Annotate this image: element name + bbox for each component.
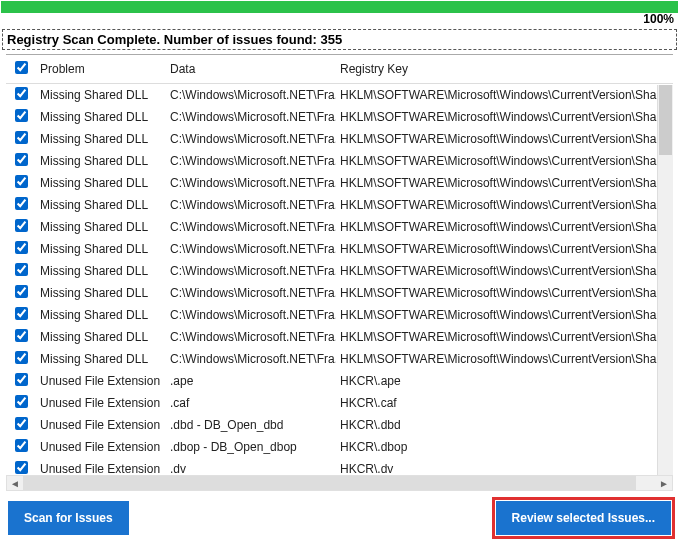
table-row[interactable]: Missing Shared DLLC:\Windows\Microsoft.N… (6, 348, 673, 370)
row-problem: Missing Shared DLL (36, 326, 166, 348)
table-row[interactable]: Missing Shared DLLC:\Windows\Microsoft.N… (6, 216, 673, 238)
table-row[interactable]: Unused File Extension.apeHKCR\.ape (6, 370, 673, 392)
row-checkbox-cell (6, 370, 36, 392)
table-row[interactable]: Unused File Extension.dvHKCR\.dv (6, 458, 673, 475)
row-checkbox[interactable] (15, 329, 28, 342)
row-problem: Missing Shared DLL (36, 128, 166, 150)
row-registry-key: HKCR\.ape (336, 370, 673, 392)
row-checkbox-cell (6, 106, 36, 128)
row-registry-key: HKCR\.dbop (336, 436, 673, 458)
table-row[interactable]: Unused File Extension.cafHKCR\.caf (6, 392, 673, 414)
row-checkbox[interactable] (15, 87, 28, 100)
horizontal-scrollbar[interactable]: ◄ ► (6, 475, 673, 491)
row-checkbox[interactable] (15, 461, 28, 474)
row-checkbox-cell (6, 238, 36, 260)
results-table: Problem Data Registry Key Missing Shared… (6, 55, 673, 475)
scroll-left-arrow-icon[interactable]: ◄ (7, 476, 23, 490)
row-checkbox[interactable] (15, 219, 28, 232)
row-data: C:\Windows\Microsoft.NET\Fra... (166, 172, 336, 194)
table-row[interactable]: Missing Shared DLLC:\Windows\Microsoft.N… (6, 260, 673, 282)
vertical-scrollbar-thumb[interactable] (659, 85, 672, 155)
row-problem: Unused File Extension (36, 414, 166, 436)
row-problem: Unused File Extension (36, 436, 166, 458)
horizontal-scrollbar-thumb[interactable] (23, 476, 636, 490)
row-checkbox[interactable] (15, 109, 28, 122)
table-row[interactable]: Missing Shared DLLC:\Windows\Microsoft.N… (6, 326, 673, 348)
row-checkbox[interactable] (15, 351, 28, 364)
row-registry-key: HKLM\SOFTWARE\Microsoft\Windows\CurrentV… (336, 106, 673, 128)
row-checkbox[interactable] (15, 439, 28, 452)
select-all-checkbox[interactable] (15, 61, 28, 74)
scan-status-text: Registry Scan Complete. Number of issues… (2, 29, 677, 50)
row-checkbox[interactable] (15, 197, 28, 210)
table-row[interactable]: Missing Shared DLLC:\Windows\Microsoft.N… (6, 238, 673, 260)
row-registry-key: HKLM\SOFTWARE\Microsoft\Windows\CurrentV… (336, 172, 673, 194)
row-data: C:\Windows\Microsoft.NET\Fra... (166, 128, 336, 150)
row-registry-key: HKLM\SOFTWARE\Microsoft\Windows\CurrentV… (336, 238, 673, 260)
column-header-data[interactable]: Data (166, 55, 336, 84)
row-checkbox[interactable] (15, 307, 28, 320)
results-table-scroll[interactable]: Problem Data Registry Key Missing Shared… (6, 55, 673, 475)
row-checkbox[interactable] (15, 241, 28, 254)
row-checkbox[interactable] (15, 395, 28, 408)
table-row[interactable]: Missing Shared DLLC:\Windows\Microsoft.N… (6, 282, 673, 304)
row-checkbox[interactable] (15, 175, 28, 188)
table-row[interactable]: Missing Shared DLLC:\Windows\Microsoft.N… (6, 150, 673, 172)
row-problem: Missing Shared DLL (36, 150, 166, 172)
row-registry-key: HKLM\SOFTWARE\Microsoft\Windows\CurrentV… (336, 304, 673, 326)
row-checkbox-cell (6, 458, 36, 475)
row-data: C:\Windows\Microsoft.NET\Fra... (166, 194, 336, 216)
table-row[interactable]: Missing Shared DLLC:\Windows\Microsoft.N… (6, 194, 673, 216)
progress-percent: 100% (1, 12, 678, 26)
row-data: C:\Windows\Microsoft.NET\Fra... (166, 238, 336, 260)
row-checkbox[interactable] (15, 263, 28, 276)
row-checkbox-cell (6, 216, 36, 238)
column-header-key[interactable]: Registry Key (336, 55, 673, 84)
row-data: C:\Windows\Microsoft.NET\Fra... (166, 150, 336, 172)
table-row[interactable]: Unused File Extension.dbd - DB_Open_dbdH… (6, 414, 673, 436)
table-row[interactable]: Missing Shared DLLC:\Windows\Microsoft.N… (6, 128, 673, 150)
row-checkbox[interactable] (15, 417, 28, 430)
row-problem: Missing Shared DLL (36, 84, 166, 107)
row-registry-key: HKLM\SOFTWARE\Microsoft\Windows\CurrentV… (336, 216, 673, 238)
row-problem: Missing Shared DLL (36, 238, 166, 260)
row-checkbox[interactable] (15, 285, 28, 298)
table-row[interactable]: Missing Shared DLLC:\Windows\Microsoft.N… (6, 304, 673, 326)
row-problem: Missing Shared DLL (36, 304, 166, 326)
table-header-row: Problem Data Registry Key (6, 55, 673, 84)
row-checkbox[interactable] (15, 131, 28, 144)
row-data: C:\Windows\Microsoft.NET\Fra... (166, 260, 336, 282)
table-row[interactable]: Unused File Extension.dbop - DB_Open_dbo… (6, 436, 673, 458)
row-data: .caf (166, 392, 336, 414)
row-checkbox-cell (6, 414, 36, 436)
table-row[interactable]: Missing Shared DLLC:\Windows\Microsoft.N… (6, 106, 673, 128)
row-checkbox-cell (6, 194, 36, 216)
row-data: C:\Windows\Microsoft.NET\Fra... (166, 84, 336, 107)
table-row[interactable]: Missing Shared DLLC:\Windows\Microsoft.N… (6, 84, 673, 107)
table-row[interactable]: Missing Shared DLLC:\Windows\Microsoft.N… (6, 172, 673, 194)
row-checkbox-cell (6, 260, 36, 282)
row-data: .dv (166, 458, 336, 475)
row-problem: Missing Shared DLL (36, 194, 166, 216)
row-checkbox-cell (6, 282, 36, 304)
scan-for-issues-button[interactable]: Scan for Issues (8, 501, 129, 535)
row-problem: Unused File Extension (36, 458, 166, 475)
column-header-problem[interactable]: Problem (36, 55, 166, 84)
row-problem: Missing Shared DLL (36, 282, 166, 304)
row-registry-key: HKCR\.dbd (336, 414, 673, 436)
row-checkbox[interactable] (15, 373, 28, 386)
row-data: C:\Windows\Microsoft.NET\Fra... (166, 216, 336, 238)
row-checkbox-cell (6, 172, 36, 194)
row-data: .dbop - DB_Open_dbop (166, 436, 336, 458)
row-registry-key: HKLM\SOFTWARE\Microsoft\Windows\CurrentV… (336, 260, 673, 282)
review-selected-issues-button[interactable]: Review selected Issues... (496, 501, 671, 535)
scroll-right-arrow-icon[interactable]: ► (656, 476, 672, 490)
row-registry-key: HKLM\SOFTWARE\Microsoft\Windows\CurrentV… (336, 348, 673, 370)
row-problem: Missing Shared DLL (36, 216, 166, 238)
row-checkbox[interactable] (15, 153, 28, 166)
vertical-scrollbar[interactable] (657, 85, 673, 475)
row-checkbox-cell (6, 150, 36, 172)
row-checkbox-cell (6, 326, 36, 348)
row-data: C:\Windows\Microsoft.NET\Fra... (166, 282, 336, 304)
horizontal-scrollbar-track[interactable] (23, 476, 656, 490)
